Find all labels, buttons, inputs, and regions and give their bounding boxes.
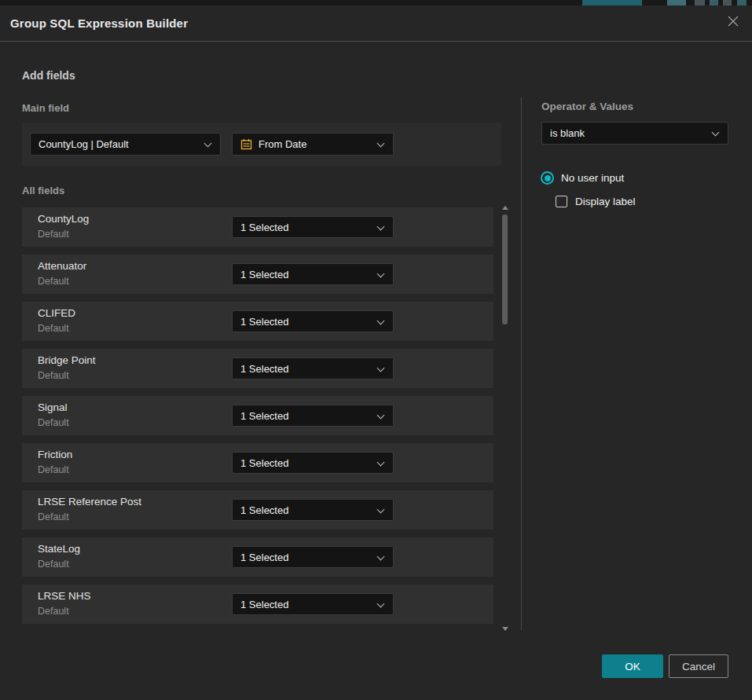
- close-icon: [727, 15, 739, 31]
- field-sublabel: Default: [38, 464, 69, 475]
- field-selected-dropdown[interactable]: 1 Selected: [232, 452, 394, 474]
- field-list-item: LRSE Reference Post Default 1 Selected: [22, 490, 493, 530]
- chevron-down-icon: [377, 553, 385, 561]
- field-list-item: Attenuator Default 1 Selected: [22, 255, 493, 294]
- all-fields-label: All fields: [22, 185, 64, 196]
- add-fields-heading: Add fields: [22, 69, 75, 82]
- field-selected-value: 1 Selected: [240, 410, 288, 422]
- field-list-item: Signal Default 1 Selected: [22, 396, 493, 435]
- chevron-down-icon: [204, 140, 212, 148]
- chevron-down-icon: [377, 412, 385, 420]
- field-list-item: Friction Default 1 Selected: [22, 443, 493, 482]
- background-fragment: [695, 0, 705, 5]
- field-selected-value: 1 Selected: [240, 457, 288, 469]
- panel-divider: [521, 97, 522, 630]
- background-fragment: [723, 0, 732, 5]
- chevron-down-icon: [377, 223, 385, 231]
- field-selected-dropdown[interactable]: 1 Selected: [232, 263, 394, 285]
- scrollbar-thumb[interactable]: [502, 214, 508, 324]
- radio-selected-icon: [541, 171, 554, 185]
- field-selected-value: 1 Selected: [240, 363, 288, 375]
- display-label-checkbox[interactable]: Display label: [556, 196, 636, 207]
- field-selected-value: 1 Selected: [240, 599, 288, 610]
- field-selected-dropdown[interactable]: 1 Selected: [232, 357, 394, 379]
- calendar-icon: [240, 138, 252, 150]
- background-fragment: [710, 0, 718, 5]
- chevron-down-icon: [712, 129, 720, 137]
- field-selected-value: 1 Selected: [240, 504, 288, 516]
- field-selected-dropdown[interactable]: 1 Selected: [232, 216, 394, 238]
- app-background-strip: [0, 0, 752, 5]
- field-selected-dropdown[interactable]: 1 Selected: [232, 546, 394, 568]
- ok-button[interactable]: OK: [602, 654, 663, 678]
- field-selected-dropdown[interactable]: 1 Selected: [232, 593, 394, 615]
- scroll-down-arrow-icon[interactable]: [502, 627, 508, 631]
- operator-dropdown[interactable]: is blank: [541, 122, 728, 145]
- dialog-header: Group SQL Expression Builder: [0, 5, 752, 42]
- close-button[interactable]: [724, 14, 742, 31]
- background-fragment: [582, 0, 642, 5]
- field-name: LRSE NHS: [38, 590, 91, 602]
- field-selected-dropdown[interactable]: 1 Selected: [232, 405, 394, 427]
- field-list-item: StateLog Default 1 Selected: [22, 537, 493, 577]
- operator-value: is blank: [550, 127, 585, 139]
- scroll-up-arrow-icon[interactable]: [502, 206, 508, 210]
- field-name: CLIFED: [38, 307, 75, 319]
- field-selected-dropdown[interactable]: 1 Selected: [232, 499, 394, 521]
- field-name: CountyLog: [38, 213, 89, 225]
- field-name: LRSE Reference Post: [38, 496, 141, 508]
- field-sublabel: Default: [38, 417, 69, 428]
- chevron-down-icon: [377, 506, 385, 514]
- group-sql-expression-builder-dialog: Group SQL Expression Builder Add fields …: [0, 5, 752, 700]
- field-sublabel: Default: [38, 370, 69, 381]
- layer-select-value: CountyLog | Default: [39, 138, 129, 150]
- operator-values-heading: Operator & Values: [541, 101, 633, 112]
- field-sublabel: Default: [38, 559, 69, 570]
- chevron-down-icon: [377, 365, 385, 372]
- dialog-title: Group SQL Expression Builder: [10, 16, 188, 30]
- field-sublabel: Default: [38, 276, 69, 287]
- field-name: Friction: [38, 449, 72, 460]
- field-list-item: CLIFED Default 1 Selected: [22, 302, 493, 341]
- field-sublabel: Default: [38, 606, 69, 617]
- checkbox-unchecked-icon: [556, 196, 567, 207]
- main-field-select-dropdown[interactable]: From Date: [232, 133, 394, 156]
- field-selected-value: 1 Selected: [240, 269, 288, 280]
- field-selected-value: 1 Selected: [240, 222, 288, 233]
- all-fields-list: CountyLog Default 1 Selected Attenuator …: [22, 207, 493, 632]
- display-label-label: Display label: [575, 196, 636, 207]
- chevron-down-icon: [377, 459, 385, 467]
- fields-scrollbar[interactable]: [501, 203, 510, 634]
- no-user-input-radio[interactable]: No user input: [541, 171, 624, 185]
- field-name: Attenuator: [38, 260, 86, 272]
- cancel-button[interactable]: Cancel: [669, 654, 728, 678]
- field-list-item: Bridge Point Default 1 Selected: [22, 349, 493, 388]
- field-sublabel: Default: [38, 323, 69, 334]
- field-name: StateLog: [38, 543, 80, 555]
- no-user-input-label: No user input: [561, 172, 624, 184]
- chevron-down-icon: [377, 270, 385, 278]
- background-fragment: [667, 0, 686, 5]
- field-name: Signal: [38, 401, 68, 413]
- field-selected-dropdown[interactable]: 1 Selected: [232, 310, 394, 332]
- chevron-down-icon: [377, 140, 385, 148]
- field-selected-value: 1 Selected: [240, 552, 288, 563]
- field-list-item: LRSE NHS Default 1 Selected: [22, 585, 493, 624]
- main-field-label: Main field: [22, 102, 69, 114]
- field-sublabel: Default: [38, 229, 69, 240]
- chevron-down-icon: [377, 317, 385, 325]
- main-field-select-value: From Date: [259, 138, 306, 150]
- main-field-panel: CountyLog | Default From Date: [22, 123, 501, 166]
- field-name: Bridge Point: [38, 354, 96, 366]
- background-fragment: [737, 0, 746, 5]
- field-selected-value: 1 Selected: [240, 316, 288, 328]
- layer-select-dropdown[interactable]: CountyLog | Default: [30, 133, 221, 156]
- chevron-down-icon: [377, 600, 385, 608]
- field-list-item: CountyLog Default 1 Selected: [22, 207, 493, 247]
- field-sublabel: Default: [38, 511, 69, 522]
